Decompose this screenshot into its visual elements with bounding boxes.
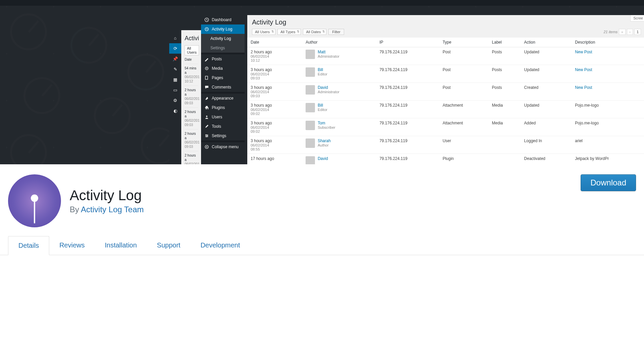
table-row: 3 hours ago06/02/201409:03 BillEditor 79… bbox=[247, 65, 644, 83]
tab-installation[interactable]: Installation bbox=[95, 236, 147, 255]
menu-media[interactable]: Media bbox=[201, 64, 245, 73]
plugin-name: Activity Log bbox=[70, 187, 144, 204]
table-row: 3 hours ago06/02/201409:02 BillEditor 79… bbox=[247, 101, 644, 118]
menu-posts[interactable]: Posts bbox=[201, 54, 245, 64]
hero-banner: ⌂ ⟳ 📌 ✎ ▦ ▭ ⚙ ◐ Activi All Users Date 54… bbox=[0, 0, 644, 164]
menu-tools[interactable]: Tools bbox=[201, 122, 245, 131]
avatar bbox=[306, 67, 315, 77]
description-link[interactable]: New Post bbox=[572, 65, 644, 83]
page-first[interactable]: « bbox=[619, 29, 626, 35]
screenshot-window-main: Scree Activity Log All Users All Types A… bbox=[247, 15, 644, 164]
svg-point-7 bbox=[207, 135, 208, 136]
plugin-icon bbox=[8, 174, 61, 227]
table-row: 2 hours a06/02/20109:03 bbox=[185, 151, 198, 164]
description-link[interactable]: New Post bbox=[572, 47, 644, 65]
col-type[interactable]: Type bbox=[439, 38, 489, 47]
author-link[interactable]: Bill bbox=[318, 103, 327, 108]
description-link: Pojo.me-logo bbox=[572, 101, 644, 118]
table-row: 2 hours a06/02/20109:03 bbox=[185, 86, 198, 108]
author-link[interactable]: Matt bbox=[318, 50, 339, 54]
description-link: Jetpack by WordPr bbox=[572, 154, 644, 165]
svg-point-9 bbox=[205, 145, 208, 149]
table-row: 17 hours ago David 79.176.224.119 Plugin… bbox=[247, 154, 644, 165]
filter-types[interactable]: All Types bbox=[277, 29, 301, 35]
avatar bbox=[306, 85, 315, 95]
screenshot-window-back: ⌂ ⟳ 📌 ✎ ▦ ▭ ⚙ ◐ Activi All Users Date 54… bbox=[169, 30, 201, 164]
menu-users[interactable]: Users bbox=[201, 112, 245, 122]
table-row: 3 hours ago06/02/201409:02 TomSubscriber… bbox=[247, 118, 644, 136]
activity-table: Date Author IP Type Label Action Descrip… bbox=[247, 38, 644, 164]
table-row: 2 hours ago06/02/201410:12 MattAdministr… bbox=[247, 47, 644, 65]
page-current[interactable]: 1 bbox=[634, 29, 641, 35]
menu-comments[interactable]: Comments bbox=[201, 82, 245, 92]
tab-details[interactable]: Details bbox=[8, 236, 49, 255]
filter-button[interactable]: Filter bbox=[328, 29, 344, 35]
plugin-header: Activity Log By Activity Log Team Downlo… bbox=[0, 164, 644, 234]
tab-support[interactable]: Support bbox=[147, 236, 190, 255]
tab-development[interactable]: Development bbox=[190, 236, 250, 255]
menu-pages[interactable]: Pages bbox=[201, 73, 245, 82]
table-row: 3 hours ago06/02/201409:03 DavidAdminist… bbox=[247, 83, 644, 101]
svg-point-8 bbox=[206, 136, 207, 137]
menu-dashboard[interactable]: Dashboard bbox=[201, 15, 245, 24]
svg-point-5 bbox=[206, 116, 207, 117]
table-row: 2 hours a06/02/20109:03 bbox=[185, 129, 198, 151]
avatar bbox=[306, 138, 315, 148]
author-link[interactable]: David bbox=[318, 85, 339, 90]
menu-plugins[interactable]: Plugins bbox=[201, 103, 245, 112]
col-date[interactable]: Date bbox=[247, 38, 302, 47]
avatar bbox=[306, 156, 315, 164]
col-author[interactable]: Author bbox=[302, 38, 376, 47]
page-prev[interactable]: ‹ bbox=[627, 29, 633, 35]
avatar bbox=[306, 50, 315, 59]
col-action[interactable]: Action bbox=[521, 38, 572, 47]
pagination: 21 items « ‹ 1 bbox=[604, 29, 641, 35]
description-link: ariel bbox=[572, 136, 644, 154]
screen-options-button[interactable]: Scree bbox=[630, 15, 644, 21]
col-label[interactable]: Label bbox=[489, 38, 521, 47]
author-link[interactable]: Bill bbox=[318, 67, 327, 72]
description-link[interactable]: New Post bbox=[572, 83, 644, 101]
wp-admin-menu: Dashboard Activity Log Activity Log Sett… bbox=[201, 15, 245, 164]
table-row: 54 mins a06/02/20110:12 bbox=[185, 64, 198, 86]
filter-users[interactable]: All Users bbox=[252, 29, 275, 35]
col-description[interactable]: Description bbox=[572, 38, 644, 47]
download-button[interactable]: Download bbox=[581, 174, 636, 191]
menu-appearance[interactable]: Appearance bbox=[201, 94, 245, 103]
avatar bbox=[306, 121, 315, 130]
menu-collapse[interactable]: Collapse menu bbox=[201, 142, 245, 152]
menu-activity-log[interactable]: Activity Log bbox=[201, 24, 245, 34]
svg-rect-4 bbox=[205, 76, 208, 79]
svg-point-6 bbox=[206, 134, 207, 135]
submenu-settings[interactable]: Settings bbox=[201, 43, 245, 53]
avatar bbox=[306, 103, 315, 112]
menu-settings[interactable]: Settings bbox=[201, 131, 245, 140]
tab-reviews[interactable]: Reviews bbox=[49, 236, 95, 255]
table-row: 3 hours ago06/02/201408:55 SharahAuthor … bbox=[247, 136, 644, 154]
plugin-tabs: Details Reviews Installation Support Dev… bbox=[0, 236, 644, 255]
page-title: Activity Log bbox=[247, 15, 644, 26]
plugin-author-link[interactable]: Activity Log Team bbox=[81, 205, 144, 214]
plugin-byline: By Activity Log Team bbox=[70, 205, 144, 214]
author-link[interactable]: David bbox=[318, 156, 328, 161]
author-link[interactable]: Tom bbox=[318, 121, 335, 125]
author-link[interactable]: Sharah bbox=[318, 138, 331, 143]
submenu-activity-log[interactable]: Activity Log bbox=[201, 34, 245, 43]
filter-dates[interactable]: All Dates bbox=[303, 29, 326, 35]
col-ip[interactable]: IP bbox=[376, 38, 439, 47]
description-link: Pojo.me-logo bbox=[572, 118, 644, 136]
table-row: 2 hours a06/02/20109:03 bbox=[185, 108, 198, 129]
svg-point-3 bbox=[206, 68, 207, 69]
